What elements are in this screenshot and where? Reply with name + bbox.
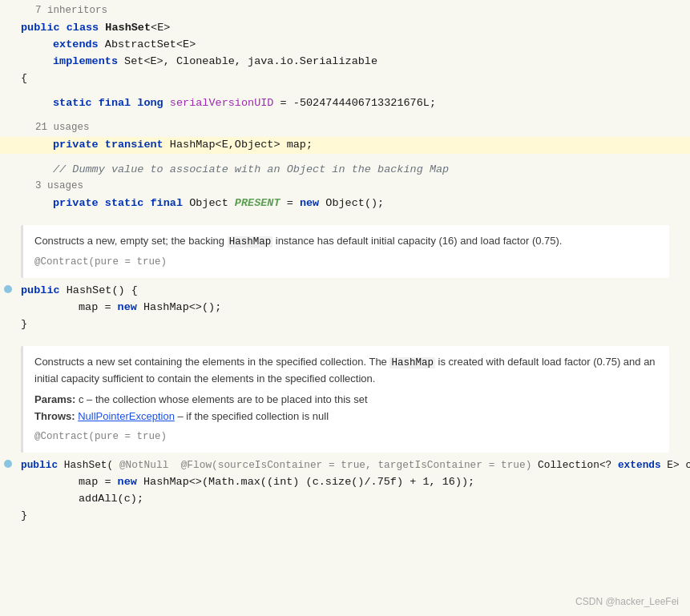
line-extends: extends AbstractSet<E>	[0, 37, 690, 54]
line-map-init: map = new HashMap<>();	[0, 300, 690, 316]
line-open-brace: {	[0, 70, 690, 87]
code-implements: implements Set<E>, Cloneable, java.io.Se…	[14, 54, 690, 70]
doc-block-1: Constructs a new, empty set; the backing…	[21, 225, 669, 278]
doc2-throws: Throws: NullPointerException – if the sp…	[34, 409, 658, 425]
code-constructor1: public HashSet() {	[14, 283, 690, 300]
usages-3-label[interactable]: 3 usages	[14, 179, 690, 194]
line-comment: // Dummy value to associate with an Obje…	[0, 162, 690, 179]
line-close-brace-2: }	[0, 508, 690, 525]
line-close-brace-1: }	[0, 316, 690, 333]
line-inheritors: 7 inheritors	[0, 3, 690, 20]
line-map-field: private transient HashMap<E,Object> map;	[0, 137, 690, 154]
code-close-brace-1: }	[14, 316, 690, 333]
code-constructor2: public HashSet( @NotNull @Flow(sourceIsC…	[14, 457, 690, 473]
code-map-init: map = new HashMap<>();	[14, 300, 690, 316]
blank2	[0, 112, 690, 120]
code-map-init-2: map = new HashMap<>(Math.max((int) (c.si…	[14, 474, 690, 491]
line-addall: addAll(c);	[0, 491, 690, 508]
code-view: 7 inheritors public class HashSet<E> ext…	[0, 0, 690, 531]
usages-21-label[interactable]: 21 usages	[14, 120, 690, 135]
line-usages-21: 21 usages	[0, 120, 690, 137]
line-serial: static final long serialVersionUID = -50…	[0, 95, 690, 112]
line-usages-3: 3 usages	[0, 179, 690, 195]
blank5	[0, 333, 690, 341]
breakpoint-icon-1	[4, 285, 12, 293]
code-class-decl: public class HashSet<E>	[14, 20, 690, 37]
doc2-main-text: Constructs a new set containing the elem…	[34, 354, 658, 388]
line-present: private static final Object PRESENT = ne…	[0, 195, 690, 212]
line-constructor2: public HashSet( @NotNull @Flow(sourceIsC…	[0, 457, 690, 474]
code-addall: addAll(c);	[14, 491, 690, 508]
line-map-init-2: map = new HashMap<>(Math.max((int) (c.si…	[0, 474, 690, 491]
doc1-text: Constructs a new, empty set; the backing…	[34, 233, 658, 250]
breakpoint-icon-2	[4, 460, 12, 468]
gutter-constructor2	[0, 460, 14, 468]
doc2-param: Params: c – the collection whose element…	[34, 392, 658, 409]
blank3	[0, 154, 690, 162]
line-implements: implements Set<E>, Cloneable, java.io.Se…	[0, 54, 690, 70]
code-open-brace: {	[14, 70, 690, 87]
blank4	[0, 212, 690, 220]
code-map-field: private transient HashMap<E,Object> map;	[14, 137, 690, 154]
code-serial: static final long serialVersionUID = -50…	[14, 95, 690, 112]
gutter-constructor1	[0, 285, 14, 293]
code-extends: extends AbstractSet<E>	[14, 37, 690, 54]
code-close-brace-2: }	[14, 508, 690, 525]
code-comment: // Dummy value to associate with an Obje…	[14, 162, 690, 179]
doc-block-2: Constructs a new set containing the elem…	[21, 346, 669, 453]
code-present: private static final Object PRESENT = ne…	[14, 195, 690, 212]
blank1	[0, 87, 690, 95]
inheritors-label[interactable]: 7 inheritors	[14, 3, 690, 18]
line-constructor1: public HashSet() {	[0, 283, 690, 300]
line-class-decl: public class HashSet<E>	[0, 20, 690, 37]
